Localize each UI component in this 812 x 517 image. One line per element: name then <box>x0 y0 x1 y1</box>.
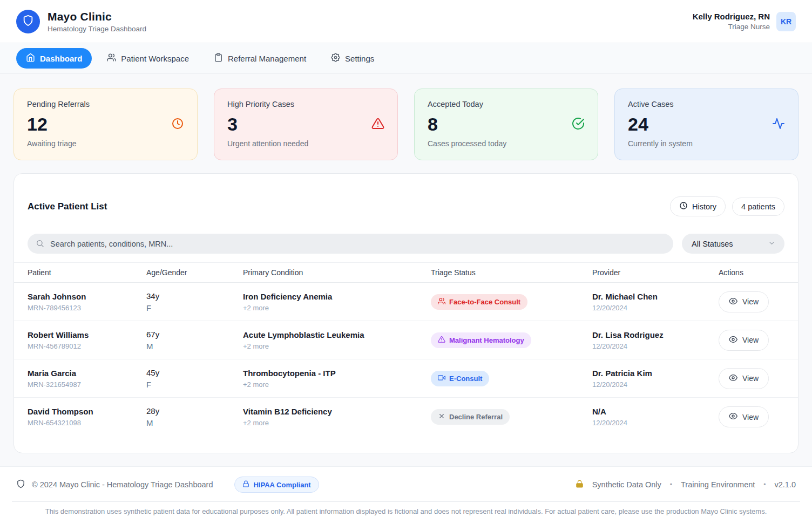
column-header-provider: Provider <box>592 268 719 277</box>
provider-date: 12/20/2024 <box>592 380 719 389</box>
stat-value: 12 <box>27 114 48 135</box>
provider-name: N/A <box>592 407 719 416</box>
user-role: Triage Nurse <box>693 23 770 31</box>
status-filter-dropdown[interactable]: All Statuses <box>682 234 784 254</box>
patient-mrn: MRN-456789012 <box>28 342 146 350</box>
avatar[interactable]: KR <box>776 12 796 31</box>
triage-status-label: Malignant Hematology <box>449 336 524 344</box>
shield-icon <box>22 15 34 29</box>
provider-name: Dr. Michael Chen <box>592 292 719 301</box>
users-icon <box>107 53 116 64</box>
activity-icon <box>772 117 785 132</box>
nav-label: Settings <box>345 54 374 63</box>
view-button[interactable]: View <box>719 368 769 389</box>
column-header-actions: Actions <box>719 268 784 277</box>
column-header-age-gender: Age/Gender <box>146 268 243 277</box>
alert-triangle-icon <box>438 336 445 345</box>
separator-dot: • <box>763 481 766 488</box>
stat-label: Pending Referrals <box>27 100 184 108</box>
eye-icon <box>729 335 737 345</box>
table-header: Patient Age/Gender Primary Condition Tri… <box>14 262 798 283</box>
stat-card-accepted-today: Accepted Today 8 Cases processed today <box>414 89 598 160</box>
triage-status-label: Face-to-Face Consult <box>449 298 520 306</box>
nav-tab-referral-management[interactable]: Referral Management <box>204 48 316 69</box>
lock-icon <box>576 480 584 489</box>
triage-status-label: Decline Referral <box>449 413 503 421</box>
patient-age: 67y <box>146 330 243 339</box>
column-header-triage-status: Triage Status <box>431 268 592 277</box>
stat-label: High Priority Cases <box>227 100 384 108</box>
nav-tab-dashboard[interactable]: Dashboard <box>16 48 92 69</box>
mayo-clinic-logo <box>16 10 40 33</box>
nav-tab-patient-workspace[interactable]: Patient Workspace <box>97 48 199 69</box>
users-icon <box>438 297 445 307</box>
brand: Mayo Clinic Hematology Triage Dashboard <box>16 10 146 33</box>
patient-mrn: MRN-654321098 <box>28 419 146 427</box>
eye-icon <box>729 373 737 384</box>
triage-status-badge: Face-to-Face Consult <box>431 294 527 310</box>
environment-label: Training Environment <box>681 480 755 489</box>
table-row: Sarah Johnson MRN-789456123 34y F Iron D… <box>14 283 798 321</box>
stat-label: Active Cases <box>628 100 785 108</box>
eye-icon <box>729 412 737 422</box>
search-input[interactable] <box>28 234 673 254</box>
nav-tab-settings[interactable]: Settings <box>321 48 384 69</box>
condition-more: +2 more <box>243 342 431 350</box>
primary-condition: Thrombocytopenia - ITP <box>243 369 431 378</box>
view-button-label: View <box>742 413 759 421</box>
clock-icon <box>679 201 688 212</box>
view-button[interactable]: View <box>719 406 769 427</box>
triage-status-label: E-Consult <box>449 375 482 383</box>
nav-label: Dashboard <box>40 54 82 63</box>
patient-gender: F <box>146 380 243 389</box>
view-button[interactable]: View <box>719 291 769 312</box>
provider-date: 12/20/2024 <box>592 342 719 350</box>
app-subtitle: Hematology Triage Dashboard <box>48 25 146 33</box>
nav-label: Patient Workspace <box>121 54 189 63</box>
version-label: v2.1.0 <box>775 480 796 489</box>
stat-value: 8 <box>428 114 438 135</box>
stat-value: 3 <box>227 114 238 135</box>
user-name: Kelly Rodriguez, RN <box>693 12 770 21</box>
view-button-label: View <box>742 336 759 344</box>
stat-cards: Pending Referrals 12 Awaiting triage Hig… <box>13 89 799 160</box>
primary-condition: Acute Lymphoblastic Leukemia <box>243 330 431 339</box>
stat-card-active-cases: Active Cases 24 Currently in system <box>614 89 799 160</box>
condition-more: +2 more <box>243 304 431 312</box>
stat-label: Accepted Today <box>428 100 585 108</box>
table-row: Robert Williams MRN-456789012 67y M Acut… <box>14 321 798 359</box>
stat-card-pending-referrals: Pending Referrals 12 Awaiting triage <box>13 89 198 160</box>
table-row: Maria Garcia MRN-321654987 45y F Thrombo… <box>14 359 798 398</box>
gear-icon <box>331 53 340 64</box>
hipaa-compliant-badge: HIPAA Compliant <box>234 477 319 493</box>
check-circle-icon <box>572 117 585 132</box>
view-button[interactable]: View <box>719 330 769 351</box>
patient-age: 34y <box>146 291 243 301</box>
chevron-down-icon <box>768 239 776 249</box>
provider-date: 12/20/2024 <box>592 419 719 427</box>
patient-count-badge: 4 patients <box>732 198 784 216</box>
app-header: Mayo Clinic Hematology Triage Dashboard … <box>0 0 812 43</box>
patient-mrn: MRN-321654987 <box>28 380 146 389</box>
lock-icon <box>242 480 249 489</box>
triage-status-badge: Decline Referral <box>431 409 510 425</box>
primary-condition: Iron Deficiency Anemia <box>243 292 431 301</box>
column-header-patient: Patient <box>28 268 146 277</box>
condition-more: +2 more <box>243 380 431 389</box>
separator-dot: • <box>670 481 672 488</box>
home-icon <box>26 53 35 64</box>
provider-date: 12/20/2024 <box>592 304 719 312</box>
nav-label: Referral Management <box>228 54 306 63</box>
patient-age: 28y <box>146 406 243 416</box>
primary-condition: Vitamin B12 Deficiency <box>243 407 431 416</box>
clipboard-icon <box>214 53 223 64</box>
triage-status-badge: E-Consult <box>431 371 489 386</box>
video-icon <box>438 374 445 383</box>
history-button-label: History <box>692 202 716 211</box>
stat-sublabel: Cases processed today <box>428 139 585 148</box>
stat-card-high-priority: High Priority Cases 3 Urgent attention n… <box>214 89 398 160</box>
provider-name: Dr. Lisa Rodriguez <box>592 330 719 339</box>
user-box: Kelly Rodriguez, RN Triage Nurse KR <box>693 12 796 31</box>
patient-name: Robert Williams <box>28 330 146 339</box>
history-button[interactable]: History <box>670 196 726 216</box>
